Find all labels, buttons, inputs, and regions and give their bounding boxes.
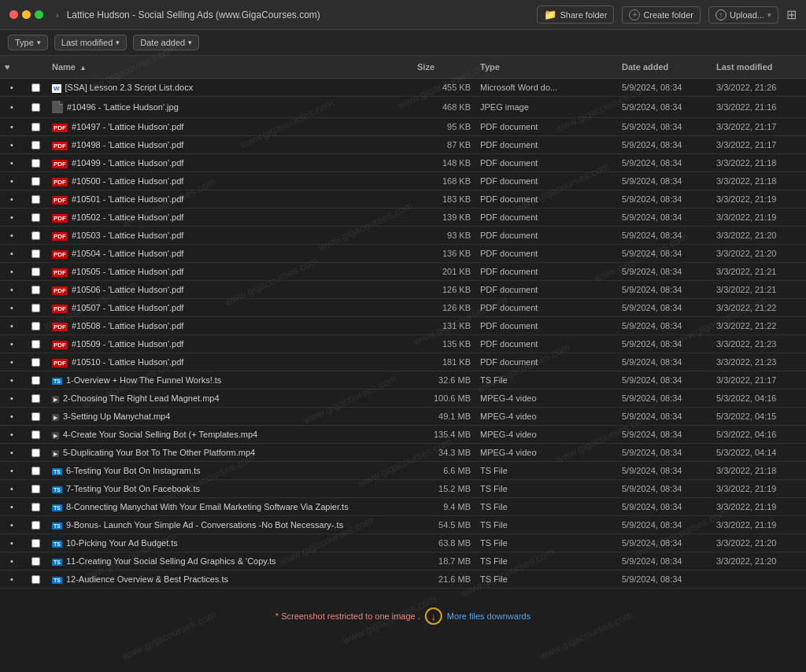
table-row[interactable]: •TS9-Bonus- Launch Your Simple Ad - Conv… [0,516,806,534]
favorite-icon[interactable]: • [0,301,24,315]
th-last-modified[interactable]: Last modified [712,59,806,75]
table-row[interactable]: •TS8-Connecting Manychat With Your Email… [0,498,806,516]
row-checkbox[interactable] [24,374,47,387]
row-checkbox[interactable] [24,175,47,188]
table-row[interactable]: •PDF#10498 - 'Lattice Hudson'.pdf87 KBPD… [0,136,806,154]
favorite-icon[interactable]: • [0,518,24,532]
file-name[interactable]: TS9-Bonus- Launch Your Simple Ad - Conve… [47,518,412,532]
file-name[interactable]: PDF#10499 - 'Lattice Hudson'.pdf [47,156,412,170]
table-row[interactable]: •PDF#10501 - 'Lattice Hudson'.pdf183 KBP… [0,190,806,209]
row-checkbox[interactable] [24,338,47,351]
file-name[interactable]: PDF#10506 - 'Lattice Hudson'.pdf [47,282,412,297]
row-checkbox[interactable] [24,193,47,206]
favorite-icon[interactable]: • [0,445,24,460]
favorite-icon[interactable]: • [0,463,24,478]
table-row[interactable]: •PDF#10502 - 'Lattice Hudson'.pdf139 KBP… [0,209,806,227]
file-name[interactable]: PDF#10504 - 'Lattice Hudson'.pdf [47,246,412,260]
file-name[interactable]: PDF#10497 - 'Lattice Hudson'.pdf [47,120,412,134]
table-row[interactable]: •#10496 - 'Lattice Hudson'.jpg468 KBJPEG… [0,97,806,118]
row-checkbox[interactable] [24,247,47,260]
last-modified-filter-button[interactable]: Last modified ▾ [54,35,127,50]
th-name[interactable]: Name ▲ [47,59,412,75]
table-row[interactable]: •PDF#10505 - 'Lattice Hudson'.pdf201 KBP… [0,263,806,281]
favorite-icon[interactable]: • [0,282,24,297]
table-row[interactable]: •TS6-Testing Your Bot On Instagram.ts6.6… [0,462,806,480]
favorite-icon[interactable]: • [0,500,24,514]
row-checkbox[interactable] [24,120,47,134]
th-size[interactable]: Size [412,59,475,75]
table-row[interactable]: •W[SSA] Lesson 2.3 Script List.docx455 K… [0,79,806,97]
favorite-icon[interactable]: • [0,120,24,134]
file-name[interactable]: TS12-Audience Overview & Best Practices.… [47,572,412,586]
favorite-icon[interactable]: • [0,156,24,170]
row-checkbox[interactable] [24,392,47,405]
table-row[interactable]: •PDF#10509 - 'Lattice Hudson'.pdf135 KBP… [0,335,806,353]
row-checkbox[interactable] [24,446,47,460]
row-checkbox[interactable] [24,537,47,550]
table-row[interactable]: •▶4-Create Your Social Selling Bot (+ Te… [0,426,806,444]
maximize-button[interactable] [35,10,43,19]
row-checkbox[interactable] [24,519,47,532]
favorite-icon[interactable]: • [0,264,24,279]
favorite-icon[interactable]: • [0,391,24,405]
favorite-icon[interactable]: • [0,409,24,423]
file-name[interactable]: PDF#10501 - 'Lattice Hudson'.pdf [47,192,412,206]
favorite-icon[interactable]: • [0,355,24,369]
favorite-icon[interactable]: • [0,100,24,114]
scroll-down-icon[interactable]: ↓ [425,607,442,625]
table-row[interactable]: •TS12-Audience Overview & Best Practices… [0,570,806,589]
type-filter-button[interactable]: Type ▾ [8,35,48,50]
create-folder-button[interactable]: + Create folder [622,6,701,24]
row-checkbox[interactable] [24,157,47,170]
file-name[interactable]: ▶3-Setting Up Manychat.mp4 [47,409,412,423]
favorite-icon[interactable]: • [0,482,24,496]
row-checkbox[interactable] [24,573,47,586]
file-name[interactable]: #10496 - 'Lattice Hudson'.jpg [47,98,412,116]
row-checkbox[interactable] [24,410,47,423]
file-name[interactable]: PDF#10510 - 'Lattice Hudson'.pdf [47,355,412,369]
file-name[interactable]: PDF#10498 - 'Lattice Hudson'.pdf [47,138,412,152]
table-row[interactable]: •PDF#10499 - 'Lattice Hudson'.pdf148 KBP… [0,154,806,172]
th-date-added[interactable]: Date added [617,59,712,75]
table-row[interactable]: •TS7-Testing Your Bot On Facebook.ts15.2… [0,480,806,498]
file-name[interactable]: TS10-Picking Your Ad Budget.ts [47,536,412,550]
table-row[interactable]: •PDF#10507 - 'Lattice Hudson'.pdf126 KBP… [0,299,806,317]
table-row[interactable]: •▶3-Setting Up Manychat.mp449.1 MBMPEG-4… [0,408,806,426]
file-name[interactable]: PDF#10509 - 'Lattice Hudson'.pdf [47,337,412,351]
row-checkbox[interactable] [24,101,47,114]
file-name[interactable]: PDF#10503 - 'Lattice Hudson'.pdf [47,228,412,242]
file-name[interactable]: PDF#10502 - 'Lattice Hudson'.pdf [47,210,412,224]
favorite-icon[interactable]: • [0,228,24,242]
th-type[interactable]: Type [475,59,617,75]
file-name[interactable]: PDF#10505 - 'Lattice Hudson'.pdf [47,264,412,279]
favorite-icon[interactable]: • [0,174,24,188]
favorite-icon[interactable]: • [0,246,24,260]
file-name[interactable]: ▶4-Create Your Social Selling Bot (+ Tem… [47,427,412,441]
close-button[interactable] [9,10,18,19]
row-checkbox[interactable] [24,283,47,297]
file-name[interactable]: W[SSA] Lesson 2.3 Script List.docx [47,80,412,94]
file-name[interactable]: TS7-Testing Your Bot On Facebook.ts [47,482,412,496]
file-name[interactable]: TS11-Creating Your Social Selling Ad Gra… [47,554,412,568]
table-row[interactable]: •▶2-Choosing The Right Lead Magnet.mp410… [0,390,806,408]
favorite-icon[interactable]: • [0,210,24,224]
row-checkbox[interactable] [24,428,47,441]
file-name[interactable]: TS6-Testing Your Bot On Instagram.ts [47,463,412,478]
row-checkbox[interactable] [24,81,47,94]
row-checkbox[interactable] [24,138,47,152]
row-checkbox[interactable] [24,356,47,369]
table-row[interactable]: •PDF#10510 - 'Lattice Hudson'.pdf181 KBP… [0,353,806,371]
file-name[interactable]: PDF#10500 - 'Lattice Hudson'.pdf [47,174,412,188]
favorite-icon[interactable]: • [0,80,24,94]
table-row[interactable]: •PDF#10503 - 'Lattice Hudson'.pdf93 KBPD… [0,227,806,245]
table-row[interactable]: •PDF#10504 - 'Lattice Hudson'.pdf136 KBP… [0,245,806,263]
row-checkbox[interactable] [24,500,47,514]
table-row[interactable]: •TS1-Overview + How The Funnel Works!.ts… [0,371,806,390]
table-row[interactable]: •▶5-Duplicating Your Bot To The Other Pl… [0,444,806,462]
window-controls[interactable] [9,10,43,19]
favorite-icon[interactable]: • [0,572,24,586]
row-checkbox[interactable] [24,319,47,333]
row-checkbox[interactable] [24,464,47,478]
favorite-icon[interactable]: • [0,536,24,550]
favorite-icon[interactable]: • [0,192,24,206]
